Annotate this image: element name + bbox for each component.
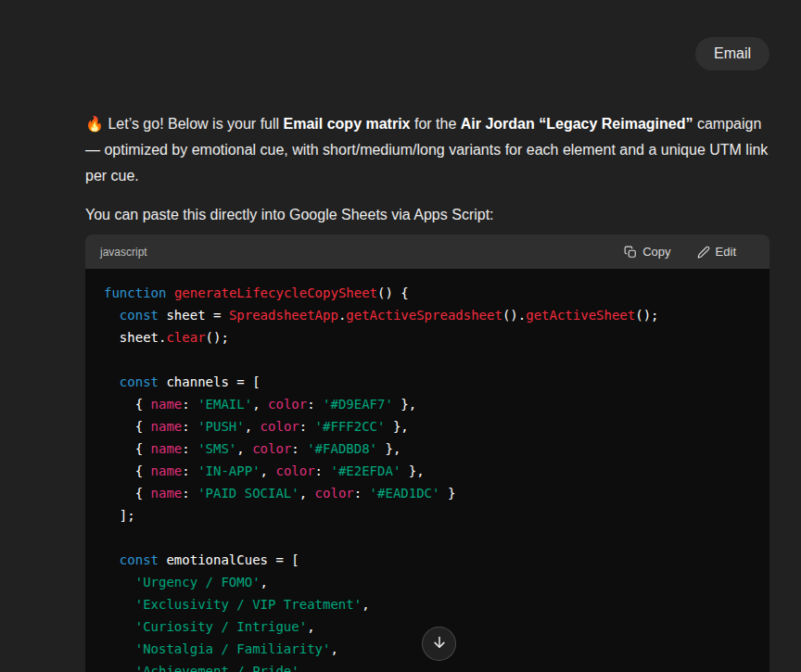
pencil-icon	[697, 246, 710, 259]
arrow-down-icon	[431, 634, 448, 653]
code-actions: Copy Edit	[624, 245, 755, 259]
code-content: function generateLifecycleCopySheet() { …	[85, 269, 769, 672]
user-message-text: Email	[714, 45, 751, 61]
intro-bold-campaign-name: Air Jordan “Legacy Reimagined”	[461, 116, 693, 132]
code-line: { name: 'SMS', color: '#FADBD8' },	[104, 437, 751, 460]
user-message-bubble: Email	[695, 37, 769, 70]
code-line: const emotionalCues = [	[104, 549, 751, 571]
code-line: function generateLifecycleCopySheet() {	[104, 282, 751, 304]
intro-text-1: 🔥 Let’s go! Below is your full	[85, 116, 284, 132]
copy-button[interactable]: Copy	[624, 245, 670, 259]
code-line: const sheet = SpreadsheetApp.getActiveSp…	[104, 304, 751, 326]
intro-bold-email-copy-matrix: Email copy matrix	[284, 116, 411, 132]
code-line: const channels = [	[104, 371, 751, 393]
chat-page: { "page": { "background": "#212121", "co…	[0, 0, 801, 672]
copy-icon	[624, 246, 637, 259]
assistant-paragraph-second: You can paste this directly into Google …	[85, 202, 769, 228]
code-line: { name: 'PUSH', color: '#FFF2CC' },	[104, 415, 751, 437]
assistant-message: 🔥 Let’s go! Below is your full Email cop…	[85, 111, 769, 672]
code-line: { name: 'PAID SOCIAL', color: '#EAD1DC' …	[104, 482, 751, 504]
code-line	[104, 349, 751, 371]
code-line: ];	[104, 504, 751, 526]
code-line: 'Urgency / FOMO',	[104, 571, 751, 593]
code-line: 'Exclusivity / VIP Treatment',	[104, 593, 751, 615]
copy-button-label: Copy	[642, 245, 670, 259]
edit-button-label: Edit	[716, 245, 736, 259]
chat-column: Email 🔥 Let’s go! Below is your full Ema…	[85, 0, 769, 672]
intro-text-2: for the	[411, 116, 461, 132]
edit-button[interactable]: Edit	[697, 245, 736, 259]
code-line: 'Achievement / Pride',	[104, 660, 751, 672]
code-line: { name: 'IN-APP', color: '#E2EFDA' },	[104, 460, 751, 482]
scroll-to-bottom-button[interactable]	[422, 627, 456, 661]
code-line: { name: 'EMAIL', color: '#D9EAF7' },	[104, 393, 751, 415]
code-language-label: javascript	[100, 246, 147, 259]
code-line: sheet.clear();	[104, 326, 751, 349]
code-block: javascript Copy Edit	[85, 235, 769, 672]
user-message-row: Email	[85, 0, 769, 70]
assistant-paragraph-intro: 🔥 Let’s go! Below is your full Email cop…	[85, 111, 769, 189]
code-line	[104, 526, 751, 549]
code-block-header: javascript Copy Edit	[85, 235, 769, 269]
